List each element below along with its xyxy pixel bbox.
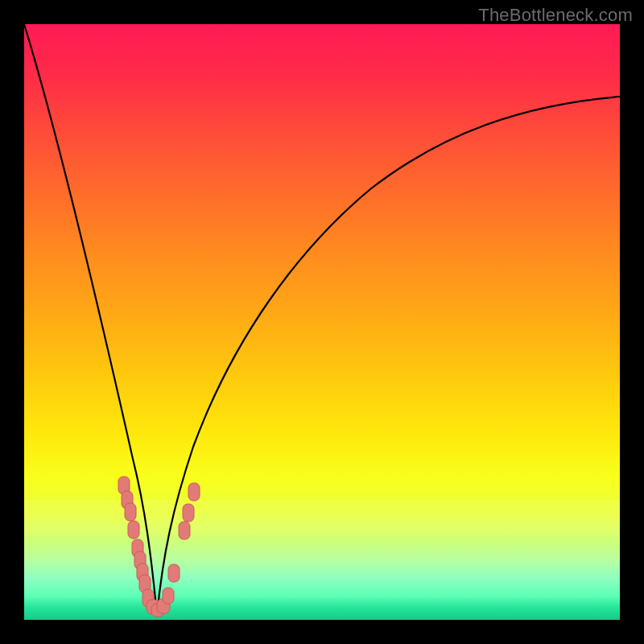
curve-svg	[24, 24, 620, 620]
marker	[125, 503, 136, 521]
marker	[188, 483, 200, 501]
marker	[163, 588, 174, 604]
marker	[128, 521, 139, 539]
marker	[168, 564, 180, 582]
chart-frame: TheBottleneck.com	[0, 0, 644, 644]
plot-area	[24, 24, 620, 620]
brand-watermark: TheBottleneck.com	[478, 5, 633, 26]
marker	[183, 504, 194, 522]
highlight-band	[24, 500, 620, 535]
marker	[179, 522, 190, 539]
